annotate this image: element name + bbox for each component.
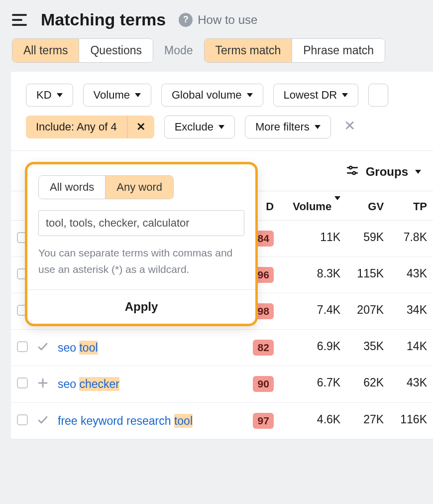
include-chip-label: Include: Any of 4 — [26, 116, 127, 138]
svg-point-3 — [352, 172, 355, 174]
tab-phrase-match[interactable]: Phrase match — [292, 39, 385, 62]
terms-type-toggle: All terms Questions — [12, 38, 153, 63]
cell-volume: 6.7K — [280, 366, 346, 402]
keyword-highlight: tool — [174, 414, 193, 428]
keyword-link[interactable]: seo checker — [58, 376, 119, 392]
menu-icon[interactable] — [12, 14, 27, 26]
filter-lowest-dr[interactable]: Lowest DR — [273, 84, 359, 107]
kd-badge: 82 — [253, 340, 274, 356]
chevron-down-icon — [247, 93, 253, 97]
chevron-down-icon — [57, 93, 63, 97]
include-popover: All words Any word You can separate term… — [25, 162, 258, 326]
row-checkbox[interactable] — [17, 341, 28, 352]
col-gv[interactable]: GV — [346, 191, 390, 221]
tabs-row: All terms Questions Mode Terms match Phr… — [0, 38, 433, 72]
table-row: seo checker906.7K62K43K — [11, 366, 433, 402]
cell-tp: 43K — [390, 257, 433, 293]
cell-volume: 4.6K — [280, 402, 346, 439]
groups-toggle[interactable]: Groups — [346, 164, 421, 180]
page-header: Matching terms ? How to use — [0, 0, 433, 38]
plus-icon[interactable] — [37, 377, 49, 392]
keyword-highlight: checker — [79, 377, 119, 391]
check-icon[interactable] — [37, 414, 49, 429]
mode-toggle: Terms match Phrase match — [204, 38, 386, 63]
close-icon[interactable]: ✕ — [127, 116, 154, 138]
keyword-link[interactable]: free keyword research tool — [58, 413, 193, 429]
col-volume[interactable]: Volume — [280, 191, 346, 221]
include-terms-input[interactable] — [38, 210, 244, 236]
apply-button[interactable]: Apply — [27, 289, 255, 324]
cell-gv: 62K — [346, 366, 390, 402]
cell-gv: 59K — [346, 221, 390, 257]
filter-kd-label: KD — [36, 89, 52, 102]
cell-tp: 34K — [390, 293, 433, 330]
how-to-use-label: How to use — [198, 13, 257, 27]
keyword-link[interactable]: seo tool — [58, 340, 98, 356]
filters-panel: KD Volume Global volume Lowest DR Includ… — [11, 72, 433, 150]
groups-label: Groups — [366, 165, 408, 179]
cell-volume: 7.4K — [280, 293, 346, 330]
cell-tp: 7.8K — [390, 221, 433, 257]
match-mode-toggle: All words Any word — [38, 175, 174, 199]
table-row: free keyword research tool974.6K27K116K — [11, 402, 433, 439]
sliders-icon — [346, 164, 359, 180]
col-tp[interactable]: TP — [390, 191, 433, 221]
cell-tp: 116K — [390, 402, 433, 439]
chevron-down-icon — [342, 93, 348, 97]
row-checkbox[interactable] — [17, 378, 28, 388]
filter-global-volume-label: Global volume — [172, 89, 242, 102]
filter-exclude-label: Exclude — [175, 121, 214, 133]
clear-filters-icon[interactable]: ✕ — [341, 116, 358, 138]
chevron-down-icon — [218, 125, 224, 129]
mode-label: Mode — [164, 44, 193, 57]
sort-desc-icon — [334, 196, 340, 213]
chevron-down-icon — [135, 93, 141, 97]
col-volume-label: Volume — [293, 200, 331, 213]
check-icon[interactable] — [37, 341, 49, 356]
cell-gv: 35K — [346, 330, 390, 366]
include-chip[interactable]: Include: Any of 4 ✕ — [26, 116, 154, 138]
svg-point-1 — [349, 166, 352, 169]
chevron-down-icon — [315, 125, 321, 129]
cell-volume: 8.3K — [280, 257, 346, 293]
filter-extra[interactable] — [368, 84, 388, 107]
cell-tp: 43K — [390, 366, 433, 402]
cell-volume: 6.9K — [280, 330, 346, 366]
row-checkbox[interactable] — [17, 414, 28, 425]
tab-terms-match[interactable]: Terms match — [205, 39, 293, 62]
tab-all-terms[interactable]: All terms — [12, 39, 79, 62]
cell-tp: 14K — [390, 330, 433, 366]
filter-exclude[interactable]: Exclude — [164, 116, 235, 138]
filter-volume[interactable]: Volume — [83, 84, 151, 107]
cell-gv: 207K — [346, 293, 390, 330]
cell-gv: 115K — [346, 257, 390, 293]
tab-all-words[interactable]: All words — [39, 176, 106, 199]
filter-global-volume[interactable]: Global volume — [161, 84, 263, 107]
table-row: seo tool826.9K35K14K — [11, 330, 433, 366]
cell-gv: 27K — [346, 402, 390, 439]
help-icon: ? — [179, 13, 193, 27]
filter-more[interactable]: More filters — [245, 116, 331, 138]
cell-volume: 11K — [280, 221, 346, 257]
keyword-highlight: tool — [79, 341, 98, 355]
filter-kd[interactable]: KD — [26, 84, 73, 107]
page-title: Matching terms — [41, 10, 166, 29]
chevron-down-icon — [415, 170, 421, 174]
include-help-text: You can separate terms with commas and u… — [38, 245, 244, 277]
kd-badge: 90 — [253, 376, 274, 392]
tab-questions[interactable]: Questions — [79, 39, 153, 62]
kd-badge: 97 — [253, 413, 274, 429]
how-to-use-link[interactable]: ? How to use — [179, 13, 257, 27]
filter-volume-label: Volume — [94, 89, 130, 102]
filter-more-label: More filters — [255, 121, 310, 133]
tab-any-word[interactable]: Any word — [106, 176, 173, 199]
filter-lowest-dr-label: Lowest DR — [284, 89, 337, 102]
